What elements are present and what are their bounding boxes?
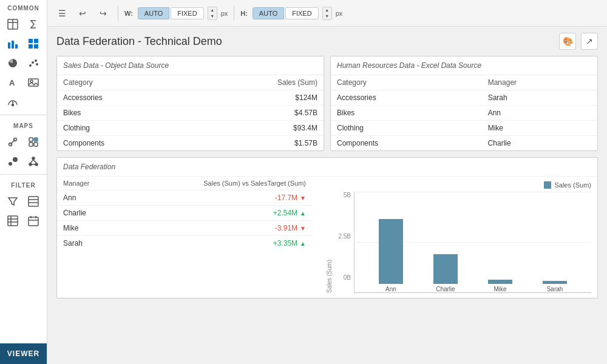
sales-table-row: Components$1.57B (57, 136, 324, 151)
pie-chart-icon[interactable] (4, 54, 22, 72)
hr-table-row: ComponentsCharlie (331, 136, 597, 151)
sigma-icon[interactable] (24, 15, 42, 33)
bar-label: Ann (385, 286, 396, 292)
chart-bar (488, 280, 512, 284)
text-icon[interactable]: A (4, 73, 22, 92)
sales-category: Accessories (57, 90, 192, 106)
width-up-button[interactable]: ▲ (208, 7, 217, 13)
y-axis-label: 5B (344, 192, 351, 198)
width-fixed-button[interactable]: FIXED (171, 7, 203, 19)
palette-button[interactable]: 🎨 (559, 33, 576, 50)
sales-table-row: Bikes$4.57B (57, 106, 324, 121)
filter-table-icon[interactable] (24, 192, 42, 211)
share-button[interactable]: ↗ (581, 33, 598, 50)
fed-value: -3.91M▼ (121, 221, 312, 236)
height-auto-button[interactable]: AUTO (253, 7, 284, 19)
content: Data Federation - Technical Demo 🎨 ↗ Sal… (47, 27, 607, 364)
y-axis-labels: 5B2.5B0B (333, 192, 354, 293)
chart-bar (543, 281, 567, 284)
chart-bars-area: Ann Charlie Mike Sarah (354, 192, 591, 293)
top-panels-row: Sales Data - Object Data Source Category… (56, 56, 598, 151)
svg-point-26 (8, 162, 12, 166)
table-icon[interactable] (4, 15, 22, 33)
svg-rect-37 (8, 216, 18, 226)
fed-manager: Charlie (57, 206, 121, 221)
chart-left: Sales (Sum) 5B2.5B0B (324, 192, 354, 293)
down-indicator: ▼ (300, 225, 306, 232)
chart-legend: Sales (Sum) (324, 181, 591, 189)
calendar-icon[interactable] (24, 212, 42, 230)
bar-group: Ann (367, 219, 415, 292)
hr-manager: Charlie (482, 136, 597, 151)
bar-label: Sarah (547, 286, 563, 292)
maps-icons (0, 132, 47, 172)
filter-icons (0, 191, 47, 231)
map-layer-icon[interactable] (24, 133, 42, 151)
sales-table-row: Clothing$93.4M (57, 121, 324, 136)
sidebar: COMMON (0, 0, 47, 364)
svg-rect-15 (29, 79, 38, 86)
fed-manager: Sarah (57, 236, 121, 251)
legend-label: Sales (Sum) (554, 181, 591, 189)
sales-value: $4.57B (192, 106, 324, 121)
maps-label: MAPS (0, 118, 47, 132)
sales-value: $124M (192, 90, 324, 106)
hr-table-row: AccessoriesSarah (331, 90, 597, 106)
hr-table-row: BikesAnn (331, 106, 597, 121)
redo-button[interactable]: ↪ (95, 5, 112, 22)
fed-table-container: Manager Sales (Sum) vs SalesTarget (Sum)… (57, 177, 312, 298)
chart-container: Sales (Sum) Sales (Sum) 5B2.5B0B (318, 177, 597, 298)
scatter-icon[interactable] (24, 54, 42, 72)
filter-funnel-icon[interactable] (4, 192, 22, 211)
filter-range-icon[interactable] (4, 212, 22, 230)
menu-button[interactable]: ☰ (53, 5, 70, 22)
y-axis-label: 0B (344, 274, 351, 281)
svg-text:A: A (9, 78, 15, 87)
hr-manager: Mike (482, 121, 597, 136)
px-label-w: px (221, 10, 228, 17)
hr-col1-header: Category (331, 75, 482, 90)
width-auto-button[interactable]: AUTO (138, 7, 169, 19)
title-actions: 🎨 ↗ (559, 33, 598, 50)
grid-chart-icon[interactable] (24, 35, 42, 53)
chart-panel: Sales (Sum) Sales (Sum) 5B2.5B0B (318, 177, 597, 298)
svg-rect-3 (8, 42, 10, 49)
viewer-button[interactable]: VIEWER (0, 343, 47, 364)
bubble-map-icon[interactable] (4, 152, 22, 170)
svg-rect-8 (29, 44, 33, 49)
height-up-button[interactable]: ▲ (323, 7, 331, 13)
y-axis-label: 2.5B (338, 233, 351, 240)
svg-rect-34 (29, 197, 38, 206)
svg-point-27 (13, 157, 18, 162)
width-down-button[interactable]: ▼ (208, 13, 217, 19)
map-dot-icon[interactable] (4, 133, 22, 151)
chart-bar (433, 254, 458, 284)
height-spinner: ▲ ▼ (322, 7, 332, 20)
page-title-row: Data Federation - Technical Demo 🎨 ↗ (56, 33, 598, 50)
network-icon[interactable] (24, 152, 42, 170)
svg-rect-24 (29, 143, 33, 146)
sales-value: $93.4M (192, 121, 324, 136)
undo-button[interactable]: ↩ (74, 5, 91, 22)
gauge-icon[interactable] (4, 93, 22, 111)
image-icon[interactable] (24, 73, 42, 92)
bar-label: Mike (493, 286, 506, 292)
federation-table-row: Charlie+2.54M▲ (57, 206, 312, 221)
toolbar: ☰ ↩ ↪ W: AUTO FIXED ▲ ▼ px H: AUTO FIXED… (47, 0, 607, 27)
svg-rect-9 (34, 44, 38, 49)
svg-point-12 (35, 59, 37, 62)
bar-chart-icon[interactable] (4, 35, 22, 53)
width-spinner: ▲ ▼ (208, 7, 217, 20)
chart-bar (379, 219, 403, 284)
hr-manager: Ann (482, 106, 597, 121)
height-down-button[interactable]: ▼ (323, 13, 331, 19)
height-fixed-button[interactable]: FIXED (285, 7, 318, 19)
main-area: ☰ ↩ ↪ W: AUTO FIXED ▲ ▼ px H: AUTO FIXED… (47, 0, 607, 364)
federation-table-row: Ann-17.7M▼ (57, 190, 312, 206)
svg-line-21 (10, 140, 15, 144)
filter-label: FILTER (0, 177, 47, 191)
sales-col2-header: Sales (Sum) (192, 75, 324, 90)
hr-category: Accessories (331, 90, 482, 106)
svg-rect-6 (29, 39, 33, 43)
y-axis-title: Sales (Sum) (324, 192, 333, 293)
